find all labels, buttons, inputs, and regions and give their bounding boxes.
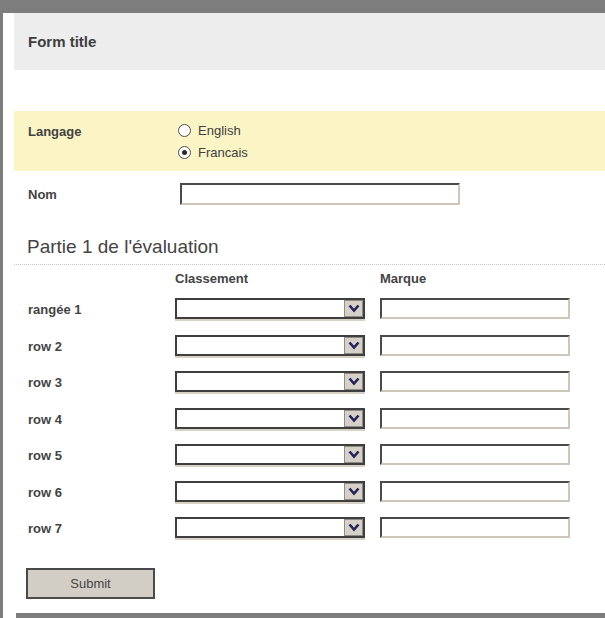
classement-select[interactable] — [175, 298, 365, 319]
marque-input[interactable] — [380, 335, 570, 356]
table-row: row 5 — [0, 444, 605, 466]
window-top-bar — [0, 0, 605, 13]
row-label: row 4 — [28, 412, 62, 427]
form-page: Form title Langage English Francais Nom … — [0, 0, 605, 618]
language-field-row: Langage English Francais — [14, 111, 605, 171]
radio-icon[interactable] — [178, 146, 191, 159]
row-label: row 5 — [28, 448, 62, 463]
language-field-label: Langage — [28, 124, 81, 139]
marque-input[interactable] — [380, 481, 570, 502]
chevron-down-icon[interactable] — [344, 337, 363, 354]
row-label: row 3 — [28, 375, 62, 390]
row-label: rangée 1 — [28, 302, 81, 317]
section-title: Partie 1 de l'évaluation — [27, 236, 219, 258]
name-input[interactable] — [180, 183, 460, 205]
window-bottom-bar — [16, 613, 605, 618]
chevron-down-icon[interactable] — [344, 483, 363, 500]
classement-select[interactable] — [175, 371, 365, 392]
table-row: row 7 — [0, 517, 605, 539]
chevron-down-icon[interactable] — [344, 519, 363, 536]
classement-select[interactable] — [175, 517, 365, 538]
marque-input[interactable] — [380, 408, 570, 429]
chevron-down-icon[interactable] — [344, 410, 363, 427]
submit-button[interactable]: Submit — [26, 568, 155, 599]
table-row: row 6 — [0, 481, 605, 503]
chevron-down-icon[interactable] — [344, 300, 363, 317]
radio-label: Francais — [198, 145, 248, 160]
column-header-marque: Marque — [380, 271, 426, 286]
classement-select[interactable] — [175, 481, 365, 502]
table-row: row 3 — [0, 371, 605, 393]
marque-input[interactable] — [380, 517, 570, 538]
section-divider — [14, 264, 605, 265]
marque-input[interactable] — [380, 298, 570, 319]
marque-input[interactable] — [380, 444, 570, 465]
chevron-down-icon[interactable] — [344, 446, 363, 463]
classement-select[interactable] — [175, 408, 365, 429]
form-header: Form title — [14, 13, 605, 70]
table-row: row 4 — [0, 408, 605, 430]
row-label: row 7 — [28, 521, 62, 536]
radio-icon[interactable] — [178, 124, 191, 137]
radio-option-english[interactable]: English — [178, 122, 241, 138]
table-row: rangée 1 — [0, 298, 605, 320]
chevron-down-icon[interactable] — [344, 373, 363, 390]
row-label: row 2 — [28, 339, 62, 354]
classement-select[interactable] — [175, 444, 365, 465]
marque-input[interactable] — [380, 371, 570, 392]
radio-label: English — [198, 123, 241, 138]
row-label: row 6 — [28, 485, 62, 500]
column-header-classement: Classement — [175, 271, 248, 286]
name-field-label: Nom — [28, 187, 57, 202]
table-row: row 2 — [0, 335, 605, 357]
radio-option-francais[interactable]: Francais — [178, 144, 248, 160]
classement-select[interactable] — [175, 335, 365, 356]
form-title: Form title — [28, 33, 96, 50]
